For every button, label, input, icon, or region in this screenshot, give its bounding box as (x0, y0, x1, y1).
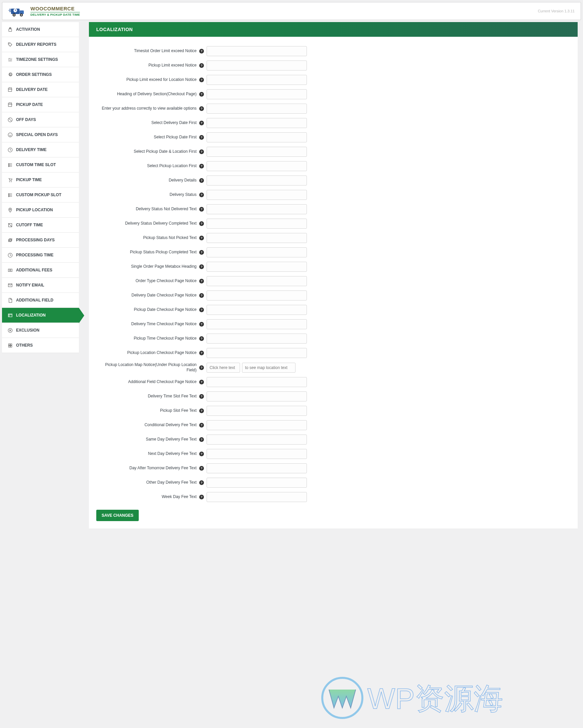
localization-input[interactable] (207, 435, 307, 445)
help-icon[interactable]: ? (199, 178, 204, 183)
localization-input[interactable] (207, 492, 307, 502)
form-row: Delivery Status Delivery Completed Text … (96, 218, 570, 229)
sidebar-item-off-days[interactable]: OFF DAYS (2, 112, 79, 127)
localization-input[interactable] (207, 190, 307, 200)
localization-input[interactable] (207, 377, 307, 387)
help-icon[interactable]: ? (199, 409, 204, 413)
help-icon[interactable]: ? (199, 495, 204, 499)
help-icon[interactable]: ? (199, 380, 204, 384)
smile-icon (7, 132, 13, 137)
help-icon[interactable]: ? (199, 365, 204, 370)
localization-input[interactable] (207, 132, 307, 142)
grid-icon (7, 343, 13, 348)
sidebar-item-pickup-location[interactable]: PICKUP LOCATION (2, 203, 79, 217)
sidebar-item-additional-fees[interactable]: ADDITIONAL FEES (2, 263, 79, 278)
localization-input[interactable] (207, 420, 307, 430)
sidebar-item-delivery-time[interactable]: DELIVERY TIME (2, 142, 79, 157)
help-icon[interactable]: ? (199, 437, 204, 442)
help-icon[interactable]: ? (199, 423, 204, 427)
help-icon[interactable]: ? (199, 92, 204, 97)
help-icon[interactable]: ? (199, 466, 204, 471)
help-icon[interactable]: ? (199, 121, 204, 125)
help-icon[interactable]: ? (199, 164, 204, 168)
sidebar-item-special-open-days[interactable]: SPECIAL OPEN DAYS (2, 127, 79, 142)
localization-input[interactable] (207, 204, 307, 214)
localization-input[interactable] (207, 176, 307, 185)
help-icon[interactable]: ? (199, 250, 204, 255)
help-icon[interactable]: ? (199, 221, 204, 226)
map-notice-input-1[interactable] (207, 363, 240, 373)
ban-icon (7, 117, 13, 122)
sidebar-item-label: PROCESSING DAYS (16, 238, 55, 242)
help-icon[interactable]: ? (199, 264, 204, 269)
sidebar-item-delivery-reports[interactable]: DELIVERY REPORTS (2, 37, 79, 52)
help-icon[interactable]: ? (199, 451, 204, 456)
form-row: Same Day Delivery Fee Text ? (96, 435, 570, 445)
help-icon[interactable]: ? (199, 49, 204, 53)
localization-input[interactable] (207, 290, 307, 301)
sidebar-item-custom-time-slot[interactable]: CUSTOM TIME SLOT (2, 157, 79, 173)
sidebar-item-order-settings[interactable]: ORDER SETTINGS (2, 67, 79, 82)
localization-input[interactable] (207, 60, 307, 71)
sidebar-item-custom-pickup-slot[interactable]: CUSTOM PICKUP SLOT (2, 187, 79, 203)
help-icon[interactable]: ? (199, 336, 204, 341)
localization-input[interactable] (207, 463, 307, 473)
help-icon[interactable]: ? (199, 394, 204, 399)
help-icon[interactable]: ? (199, 63, 204, 68)
sidebar-item-activation[interactable]: ACTIVATION (2, 22, 79, 37)
localization-input[interactable] (207, 118, 307, 128)
localization-input[interactable] (207, 75, 307, 85)
help-icon[interactable]: ? (199, 279, 204, 283)
sidebar-item-others[interactable]: OTHERS (2, 338, 79, 353)
localization-input[interactable] (207, 319, 307, 329)
localization-input[interactable] (207, 218, 307, 229)
localization-input[interactable] (207, 406, 307, 416)
form-row: Other Day Delivery Fee Text ? (96, 478, 570, 488)
localization-input[interactable] (207, 89, 307, 99)
sidebar-item-additional-field[interactable]: ADDITIONAL FIELD (2, 293, 79, 308)
sidebar-item-notify-email[interactable]: NOTIFY EMAIL (2, 278, 79, 293)
localization-input[interactable] (207, 449, 307, 459)
sidebar-item-label: ORDER SETTINGS (16, 72, 52, 77)
localization-input[interactable] (207, 276, 307, 286)
localization-input[interactable] (207, 391, 307, 401)
localization-input[interactable] (207, 233, 307, 243)
localization-input[interactable] (207, 262, 307, 272)
form-row: Pickup Date Checkout Page Notice ? (96, 305, 570, 315)
sidebar-item-timezone-settings[interactable]: TIMEZONE SETTINGS (2, 52, 79, 67)
help-icon[interactable]: ? (199, 293, 204, 298)
sidebar-item-processing-days[interactable]: PROCESSING DAYS (2, 233, 79, 248)
localization-input[interactable] (207, 161, 307, 171)
top-header: WOOCOMMERCE DELIVERY & PICKUP DATE TIME … (2, 2, 581, 20)
localization-input[interactable] (207, 46, 307, 56)
sidebar-item-pickup-time[interactable]: PICKUP TIME (2, 173, 79, 187)
sidebar-item-pickup-date[interactable]: PICKUP DATE (2, 97, 79, 112)
help-icon[interactable]: ? (199, 236, 204, 240)
help-icon[interactable]: ? (199, 350, 204, 355)
help-icon[interactable]: ? (199, 207, 204, 212)
help-icon[interactable]: ? (199, 135, 204, 140)
field-label: Timeslot Order Limit exceed Notice (96, 49, 197, 54)
map-notice-input-2[interactable] (242, 363, 296, 373)
help-icon[interactable]: ? (199, 480, 204, 485)
localization-input[interactable] (207, 305, 307, 315)
localization-input[interactable] (207, 104, 307, 114)
localization-input[interactable] (207, 478, 307, 488)
sidebar-item-cutoff-time[interactable]: CUTOFF TIME (2, 217, 79, 233)
save-changes-button[interactable]: SAVE CHANGES (96, 510, 139, 521)
localization-input[interactable] (207, 334, 307, 344)
help-icon[interactable]: ? (199, 192, 204, 197)
help-icon[interactable]: ? (199, 78, 204, 82)
list-icon (7, 162, 13, 167)
localization-input[interactable] (207, 348, 307, 358)
sidebar-item-processing-time[interactable]: PROCESSING TIME (2, 248, 79, 263)
localization-input[interactable] (207, 248, 307, 257)
sidebar-item-exclusion[interactable]: EXCLUSION (2, 323, 79, 338)
localization-input[interactable] (207, 147, 307, 157)
help-icon[interactable]: ? (199, 106, 204, 111)
help-icon[interactable]: ? (199, 322, 204, 327)
sidebar-item-delivery-date[interactable]: DELIVERY DATE (2, 82, 79, 97)
sidebar-item-localization[interactable]: LOCALIZATION (2, 308, 79, 323)
help-icon[interactable]: ? (199, 149, 204, 154)
help-icon[interactable]: ? (199, 308, 204, 312)
